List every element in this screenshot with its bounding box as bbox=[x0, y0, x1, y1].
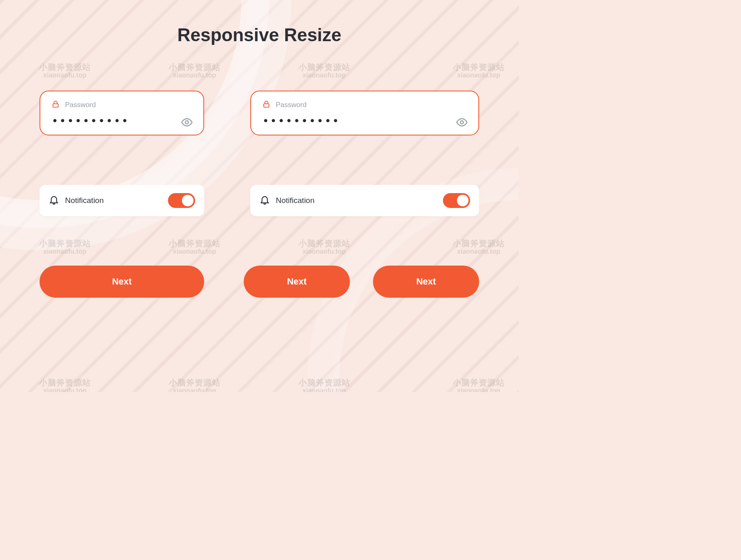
svg-rect-2 bbox=[264, 104, 269, 107]
password-value-masked: ●●●●●●●●●● bbox=[51, 116, 193, 125]
notification-card-small: Notification bbox=[40, 185, 204, 216]
svg-rect-0 bbox=[53, 104, 58, 107]
notification-toggle[interactable] bbox=[168, 193, 195, 208]
page-title: Responsive Resize bbox=[40, 25, 479, 45]
svg-point-1 bbox=[185, 121, 189, 124]
next-button-small-2[interactable]: Next bbox=[373, 266, 479, 298]
notification-card-large: Notification bbox=[250, 185, 479, 216]
password-label: Password bbox=[276, 101, 307, 109]
notification-label: Notification bbox=[276, 196, 315, 205]
next-button-small-1[interactable]: Next bbox=[244, 266, 350, 298]
lock-icon bbox=[51, 100, 60, 110]
notification-label: Notification bbox=[65, 196, 104, 205]
lock-icon bbox=[262, 100, 271, 110]
next-button-large[interactable]: Next bbox=[40, 266, 204, 298]
bell-icon bbox=[259, 194, 270, 207]
svg-point-3 bbox=[460, 121, 464, 124]
bell-icon bbox=[49, 194, 59, 207]
watermark-row: 小脑斧资源站xiaonaofu.top 小脑斧资源站xiaonaofu.top … bbox=[0, 378, 519, 392]
password-value-masked: ●●●●●●●●●● bbox=[262, 116, 468, 125]
notification-toggle[interactable] bbox=[443, 193, 470, 208]
eye-icon[interactable] bbox=[179, 115, 194, 130]
toggle-knob bbox=[182, 195, 193, 206]
password-input-small[interactable]: Password ●●●●●●●●●● bbox=[40, 91, 204, 135]
toggle-knob bbox=[457, 195, 468, 206]
password-input-large[interactable]: Password ●●●●●●●●●● bbox=[250, 91, 479, 135]
eye-icon[interactable] bbox=[454, 115, 469, 130]
password-label: Password bbox=[65, 101, 96, 109]
